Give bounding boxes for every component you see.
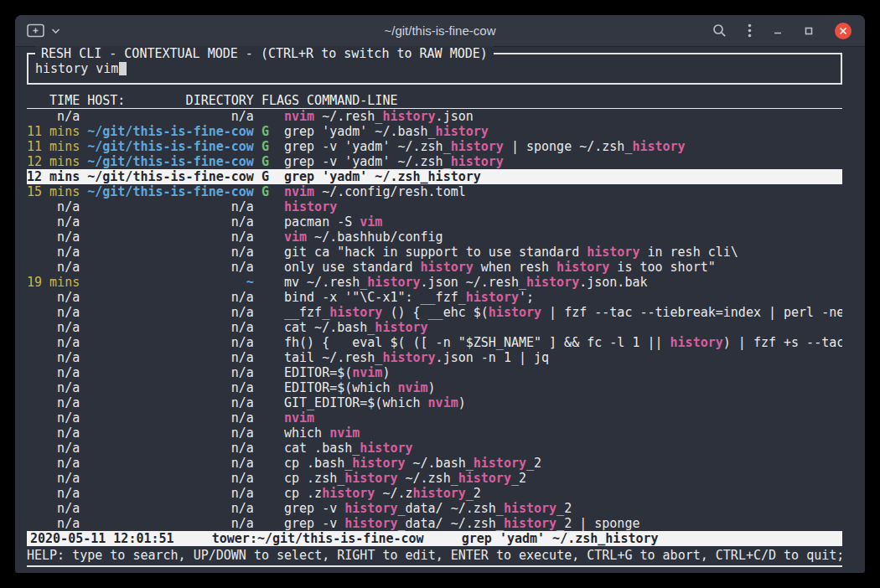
row-time: n/a <box>27 410 80 426</box>
history-row[interactable]: 11 mins~/git/this-is-fine-cowGgrep -v 'y… <box>27 139 842 154</box>
row-time: 15 mins <box>27 184 80 199</box>
restore-icon <box>804 26 814 36</box>
history-row[interactable]: n/an/acp .zhistory ~/.zhistory_2 <box>27 486 842 501</box>
row-host-directory: n/a <box>87 109 254 124</box>
row-flags <box>261 245 284 260</box>
row-command: cat ~/.bash_history <box>284 320 842 335</box>
row-command: which nvim <box>284 426 842 441</box>
row-flags <box>261 380 284 395</box>
row-host-directory: ~/git/this-is-fine-cow <box>87 184 254 199</box>
row-host-directory: n/a <box>87 456 254 471</box>
history-row[interactable]: n/an/afh() { eval $( ([ -n "$ZSH_NAME" ]… <box>27 335 842 350</box>
row-command: cp .bash_history ~/.bash_history_2 <box>284 456 842 471</box>
row-time: n/a <box>27 380 80 395</box>
row-flags <box>261 320 284 335</box>
match-highlight: nvim <box>428 395 458 410</box>
new-tab-icon <box>27 23 45 38</box>
history-row[interactable]: n/an/aGIT_EDITOR=$(which nvim) <box>27 395 842 410</box>
row-host-directory: ~ <box>87 275 254 290</box>
history-row[interactable]: 15 mins~/git/this-is-fine-cowGnvim ~/.co… <box>27 184 842 199</box>
match-highlight: history <box>504 516 556 531</box>
history-row[interactable]: n/an/apacman -S vim <box>27 214 842 230</box>
bottom-divider <box>27 565 842 567</box>
history-row[interactable]: n/an/aEDITOR=$(nvim) <box>27 365 842 380</box>
new-tab-button[interactable] <box>27 23 45 38</box>
row-time: 11 mins <box>27 139 80 154</box>
row-time: n/a <box>27 456 80 471</box>
row-time: n/a <box>27 305 80 320</box>
history-row[interactable]: n/an/abind -x '"\C-x1": __fzf_history'; <box>27 290 842 305</box>
history-row[interactable]: n/an/agrep -v history_data/ ~/.zsh_histo… <box>27 501 842 516</box>
row-time: n/a <box>27 365 80 380</box>
history-row[interactable]: n/an/awhich nvim <box>27 426 842 441</box>
column-header-flags: FLAGS <box>261 94 299 108</box>
row-time: n/a <box>27 426 80 441</box>
search-icon <box>712 23 727 38</box>
history-table-body: n/an/anvim ~/.resh_history.json11 mins~/… <box>27 109 842 531</box>
history-row[interactable]: n/an/atail ~/.resh_history.json -n 1 | j… <box>27 350 842 365</box>
row-host-directory: n/a <box>87 290 254 305</box>
text-cursor <box>119 62 127 75</box>
row-flags <box>261 395 284 410</box>
row-flags <box>261 410 284 426</box>
match-highlight: history <box>489 305 541 320</box>
row-time: n/a <box>27 290 80 305</box>
history-row[interactable]: n/an/anvim ~/.resh_history.json <box>27 109 842 124</box>
history-row[interactable]: n/an/agrep -v history_data/ ~/.zsh_histo… <box>27 516 842 531</box>
restore-button[interactable] <box>804 26 814 36</box>
match-highlight: nvim <box>397 380 427 395</box>
row-flags <box>261 214 284 230</box>
history-row[interactable]: 19 mins~mv ~/.resh_history.json ~/.resh_… <box>27 275 842 290</box>
search-button[interactable] <box>712 23 727 38</box>
history-row-selected[interactable]: 12 mins~/git/this-is-fine-cowGgrep 'yadm… <box>27 169 842 184</box>
search-query-text: history vim <box>35 61 118 76</box>
row-host-directory: n/a <box>87 320 254 335</box>
match-highlight: history <box>344 516 397 531</box>
row-command: nvim <box>284 410 842 426</box>
row-host-directory: n/a <box>87 350 254 365</box>
tab-dropdown-button[interactable] <box>51 28 60 34</box>
resh-search-box[interactable]: RESH CLI - CONTEXTUAL MODE - (CTRL+R to … <box>27 53 842 85</box>
history-row[interactable]: n/an/avim ~/.bashhub/config <box>27 230 842 245</box>
match-highlight: history <box>367 275 420 290</box>
row-command: grep -v 'yadm' ~/.zsh_history | sponge ~… <box>284 139 842 154</box>
close-icon <box>839 27 847 35</box>
match-highlight: history <box>413 486 466 501</box>
history-row[interactable]: n/an/agit ca "hack in support to use sta… <box>27 245 842 260</box>
history-row[interactable]: n/an/acp .bash_history ~/.bash_history_2 <box>27 456 842 471</box>
history-row[interactable]: n/an/ahistory <box>27 199 842 214</box>
row-host-directory: n/a <box>87 516 254 531</box>
row-flags: G <box>261 124 284 139</box>
history-row[interactable]: n/an/acat .bash_history <box>27 441 842 456</box>
history-row[interactable]: 12 mins~/git/this-is-fine-cowGgrep -v 'y… <box>27 154 842 169</box>
column-header-host-directory: HOST: DIRECTORY <box>87 94 254 108</box>
history-row[interactable]: n/an/anvim <box>27 410 842 426</box>
menu-button[interactable] <box>748 23 752 38</box>
row-host-directory: n/a <box>87 260 254 275</box>
row-flags <box>261 365 284 380</box>
row-host-directory: n/a <box>87 380 254 395</box>
match-highlight: history <box>526 275 579 290</box>
row-flags <box>261 456 284 471</box>
minimize-button[interactable] <box>773 26 783 36</box>
history-row[interactable]: n/an/acp .zsh_history ~/.zsh_history_2 <box>27 471 842 486</box>
terminal-content: RESH CLI - CONTEXTUAL MODE - (CTRL+R to … <box>15 48 865 573</box>
row-time: n/a <box>27 516 80 531</box>
match-highlight: history <box>352 456 405 471</box>
history-row[interactable]: n/an/acat ~/.bash_history <box>27 320 842 335</box>
row-host-directory: n/a <box>87 471 254 486</box>
row-command: EDITOR=$(which nvim) <box>284 380 842 395</box>
close-button[interactable] <box>835 23 852 39</box>
row-command: tail ~/.resh_history.json -n 1 | jq <box>284 350 842 365</box>
history-row[interactable]: n/an/aonly use standard history when res… <box>27 260 842 275</box>
row-time: n/a <box>27 471 80 486</box>
history-row[interactable]: 11 mins~/git/this-is-fine-cowGgrep 'yadm… <box>27 124 842 139</box>
row-flags: G <box>261 184 284 199</box>
history-row[interactable]: n/an/aEDITOR=$(which nvim) <box>27 380 842 395</box>
row-command: grep -v 'yadm' ~/.zsh_history <box>284 154 842 169</box>
history-row[interactable]: n/an/a__fzf_history () { __ehc $(history… <box>27 305 842 320</box>
row-command: git ca "hack in support to use standard … <box>284 245 842 260</box>
row-flags <box>261 426 284 441</box>
row-host-directory: ~/git/this-is-fine-cow <box>87 169 254 184</box>
row-command: grep -v history_data/ ~/.zsh_history_2 |… <box>284 516 842 531</box>
